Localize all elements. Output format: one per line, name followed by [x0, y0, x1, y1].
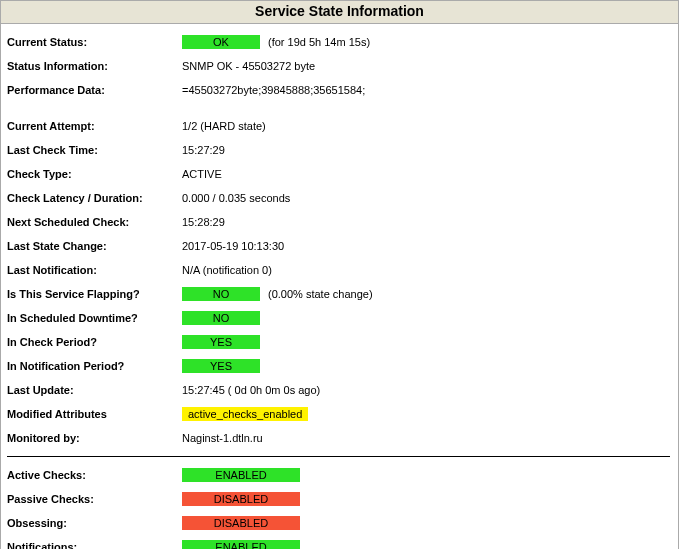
- next-check-value: 15:28:29: [182, 216, 225, 228]
- monitored-by-row: Monitored by: Naginst-1.dtln.ru: [7, 426, 670, 450]
- scheduled-downtime-label: In Scheduled Downtime?: [7, 312, 182, 324]
- flapping-row: Is This Service Flapping? NO (0.00% stat…: [7, 282, 670, 306]
- passive-checks-row: Passive Checks: DISABLED: [7, 487, 670, 511]
- panel-title: Service State Information: [1, 1, 678, 24]
- modified-attributes-badge: active_checks_enabled: [182, 407, 308, 421]
- notifications-badge: ENABLED: [182, 540, 300, 549]
- monitored-by-label: Monitored by:: [7, 432, 182, 444]
- current-attempt-value: 1/2 (HARD state): [182, 120, 266, 132]
- check-latency-label: Check Latency / Duration:: [7, 192, 182, 204]
- last-update-label: Last Update:: [7, 384, 182, 396]
- next-check-label: Next Scheduled Check:: [7, 216, 182, 228]
- in-check-period-label: In Check Period?: [7, 336, 182, 348]
- service-state-panel: Service State Information Current Status…: [0, 0, 679, 549]
- status-information-value: SNMP OK - 45503272 byte: [182, 60, 315, 72]
- panel-body: Current Status: OK (for 19d 5h 14m 15s) …: [1, 24, 678, 549]
- last-state-change-label: Last State Change:: [7, 240, 182, 252]
- passive-checks-label: Passive Checks:: [7, 493, 182, 505]
- current-status-badge: OK: [182, 35, 260, 49]
- performance-data-value: =45503272byte;39845888;35651584;: [182, 84, 365, 96]
- flapping-extra: (0.00% state change): [268, 288, 373, 300]
- last-notification-value: N/A (notification 0): [182, 264, 272, 276]
- in-notification-period-badge: YES: [182, 359, 260, 373]
- last-update-value: 15:27:45 ( 0d 0h 0m 0s ago): [182, 384, 320, 396]
- check-latency-row: Check Latency / Duration: 0.000 / 0.035 …: [7, 186, 670, 210]
- check-latency-value: 0.000 / 0.035 seconds: [182, 192, 290, 204]
- performance-data-row: Performance Data: =45503272byte;39845888…: [7, 78, 670, 102]
- last-state-change-value: 2017-05-19 10:13:30: [182, 240, 284, 252]
- performance-data-label: Performance Data:: [7, 84, 182, 96]
- in-notification-period-label: In Notification Period?: [7, 360, 182, 372]
- current-status-label: Current Status:: [7, 36, 182, 48]
- next-check-row: Next Scheduled Check: 15:28:29: [7, 210, 670, 234]
- modified-attributes-label: Modified Attributes: [7, 408, 182, 420]
- obsessing-badge: DISABLED: [182, 516, 300, 530]
- current-attempt-label: Current Attempt:: [7, 120, 182, 132]
- active-checks-row: Active Checks: ENABLED: [7, 463, 670, 487]
- modified-attributes-row: Modified Attributes active_checks_enable…: [7, 402, 670, 426]
- current-status-row: Current Status: OK (for 19d 5h 14m 15s): [7, 30, 670, 54]
- flapping-badge: NO: [182, 287, 260, 301]
- check-type-label: Check Type:: [7, 168, 182, 180]
- scheduled-downtime-row: In Scheduled Downtime? NO: [7, 306, 670, 330]
- obsessing-row: Obsessing: DISABLED: [7, 511, 670, 535]
- last-state-change-row: Last State Change: 2017-05-19 10:13:30: [7, 234, 670, 258]
- check-type-value: ACTIVE: [182, 168, 222, 180]
- status-information-label: Status Information:: [7, 60, 182, 72]
- last-check-time-value: 15:27:29: [182, 144, 225, 156]
- flapping-label: Is This Service Flapping?: [7, 288, 182, 300]
- last-notification-row: Last Notification: N/A (notification 0): [7, 258, 670, 282]
- passive-checks-badge: DISABLED: [182, 492, 300, 506]
- last-check-time-row: Last Check Time: 15:27:29: [7, 138, 670, 162]
- check-type-row: Check Type: ACTIVE: [7, 162, 670, 186]
- current-status-extra: (for 19d 5h 14m 15s): [268, 36, 370, 48]
- in-check-period-badge: YES: [182, 335, 260, 349]
- active-checks-label: Active Checks:: [7, 469, 182, 481]
- scheduled-downtime-badge: NO: [182, 311, 260, 325]
- monitored-by-value: Naginst-1.dtln.ru: [182, 432, 263, 444]
- notifications-label: Notifications:: [7, 541, 182, 549]
- notifications-row: Notifications: ENABLED: [7, 535, 670, 549]
- in-notification-period-row: In Notification Period? YES: [7, 354, 670, 378]
- in-check-period-row: In Check Period? YES: [7, 330, 670, 354]
- current-attempt-row: Current Attempt: 1/2 (HARD state): [7, 114, 670, 138]
- last-check-time-label: Last Check Time:: [7, 144, 182, 156]
- status-information-row: Status Information: SNMP OK - 45503272 b…: [7, 54, 670, 78]
- last-notification-label: Last Notification:: [7, 264, 182, 276]
- separator: [7, 456, 670, 457]
- last-update-row: Last Update: 15:27:45 ( 0d 0h 0m 0s ago): [7, 378, 670, 402]
- obsessing-label: Obsessing:: [7, 517, 182, 529]
- active-checks-badge: ENABLED: [182, 468, 300, 482]
